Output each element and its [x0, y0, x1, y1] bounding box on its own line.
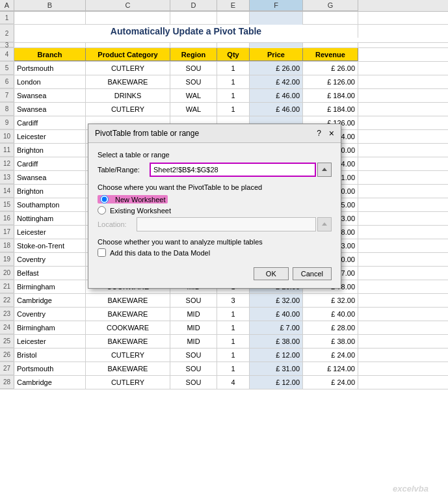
new-worksheet-radio[interactable] [100, 195, 109, 204]
existing-worksheet-label: Existing Worksheet [110, 207, 171, 215]
table-range-label: Table/Range: [98, 166, 150, 174]
analyze-label: Choose whether you want to analyze multi… [98, 238, 332, 246]
placement-label: Choose where you want the PivotTable to … [98, 183, 332, 191]
data-model-label: Add this data to the Data Model [110, 249, 210, 257]
location-label: Location: [98, 220, 137, 228]
ok-button[interactable]: OK [254, 267, 289, 280]
watermark: excelvba [393, 484, 428, 493]
dialog-buttons: OK Cancel [98, 265, 332, 280]
new-worksheet-highlight: New Worksheet [98, 195, 168, 204]
table-range-collapse-btn[interactable] [317, 163, 332, 177]
cancel-button[interactable]: Cancel [293, 267, 332, 280]
dialog-title: PivotTable from table or range [95, 129, 199, 138]
table-range-input[interactable] [150, 163, 316, 177]
location-row: Location: [98, 217, 332, 231]
location-collapse-btn [317, 217, 332, 231]
dialog-body: Select a table or range Table/Range: Cho… [88, 143, 341, 288]
existing-worksheet-radio-row: Existing Worksheet [98, 206, 332, 215]
new-worksheet-radio-row: New Worksheet [98, 195, 332, 204]
dialog-close-icon[interactable]: × [329, 128, 334, 138]
table-range-row: Table/Range: [98, 163, 332, 177]
pivot-dialog: PivotTable from table or range ? × Selec… [88, 124, 341, 289]
data-model-checkbox[interactable] [98, 248, 106, 257]
dialog-overlay: PivotTable from table or range ? × Selec… [0, 0, 448, 500]
dialog-title-bar: PivotTable from table or range ? × [88, 124, 341, 143]
add-data-model-row: Add this data to the Data Model [98, 248, 332, 257]
location-input[interactable] [137, 217, 316, 231]
existing-worksheet-radio[interactable] [98, 206, 106, 215]
svg-marker-0 [322, 168, 327, 171]
new-worksheet-label: New Worksheet [115, 196, 165, 204]
svg-marker-1 [322, 222, 327, 226]
dialog-help[interactable]: ? [317, 129, 321, 138]
spreadsheet-container: A B C D E F G 1 2 Automatically Update a… [0, 0, 448, 500]
select-range-label: Select a table or range [98, 151, 332, 159]
